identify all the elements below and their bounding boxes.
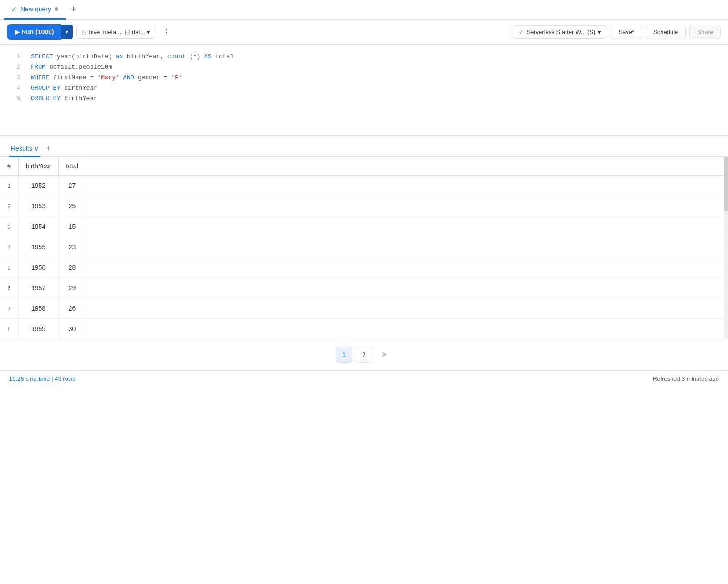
line-number-2: 2 <box>7 63 20 72</box>
table-row: 2 1953 25 <box>0 196 728 216</box>
table-row: 5 1956 28 <box>0 257 728 278</box>
cell-total: 23 <box>59 237 86 257</box>
col-header-empty <box>86 157 728 176</box>
col-header-num: # <box>0 157 18 176</box>
cluster-label: Serverless Starter W... (S) <box>526 29 595 35</box>
cell-total: 29 <box>59 278 86 298</box>
scrollbar-track[interactable] <box>724 157 728 339</box>
cluster-check-icon: ✓ <box>519 29 524 35</box>
code-content-5: ORDER BY birthYear <box>31 94 721 104</box>
code-line-3: 3 WHERE firstName = 'Mary' AND gender = … <box>0 73 728 83</box>
page-button-2[interactable]: 2 <box>356 347 372 363</box>
code-content-1: SELECT year(birthDate) as birthYear, cou… <box>31 52 721 62</box>
cell-empty <box>86 319 728 339</box>
catalog-icon: ⊟ <box>81 28 87 35</box>
cell-birthyear: 1958 <box>18 298 59 319</box>
catalog-selector[interactable]: ⊟ hive_meta.... ⊟ def... ▾ <box>76 25 155 39</box>
cell-num: 8 <box>0 319 18 339</box>
run-button[interactable]: ▶ Run (1000) <box>7 24 61 40</box>
add-tab-button[interactable]: + <box>66 0 81 19</box>
results-tab-chevron: ∨ <box>34 145 39 152</box>
code-content-3: WHERE firstName = 'Mary' AND gender = 'F… <box>31 73 721 83</box>
table-row: 6 1957 29 <box>0 278 728 298</box>
cell-empty <box>86 196 728 216</box>
add-results-tab-button[interactable]: + <box>44 142 53 155</box>
code-line-5: 5 ORDER BY birthYear <box>0 94 728 104</box>
cell-total: 27 <box>59 176 86 196</box>
schema-label: def... <box>132 29 145 35</box>
runtime-text: 19.28 s runtime | 49 rows <box>9 375 76 382</box>
code-line-1: 1 SELECT year(birthDate) as birthYear, c… <box>0 52 728 62</box>
table-row: 8 1959 30 <box>0 319 728 339</box>
status-bar: 19.28 s runtime | 49 rows Refreshed 3 mi… <box>0 370 728 387</box>
results-tab[interactable]: Results ∨ <box>9 141 40 157</box>
check-icon: ✓ <box>11 5 17 14</box>
col-header-birthyear: birthYear <box>18 157 59 176</box>
cell-birthyear: 1954 <box>18 216 59 237</box>
new-query-tab[interactable]: ✓ New query <box>4 0 66 20</box>
cell-total: 26 <box>59 298 86 319</box>
page-button-1[interactable]: 1 <box>336 347 352 363</box>
tab-bar: ✓ New query + <box>0 0 728 20</box>
cell-birthyear: 1959 <box>18 319 59 339</box>
results-tab-bar: Results ∨ + <box>0 136 728 157</box>
results-panel: Results ∨ + # birthYear total 1 1952 27 … <box>0 136 728 370</box>
code-line-2: 2 FROM default.people10m <box>0 62 728 73</box>
code-editor[interactable]: 1 SELECT year(birthDate) as birthYear, c… <box>0 45 728 136</box>
cell-birthyear: 1953 <box>18 196 59 216</box>
line-number-3: 3 <box>7 73 20 82</box>
line-number-4: 4 <box>7 84 20 93</box>
cell-num: 2 <box>0 196 18 216</box>
code-line-4: 4 GROUP BY birthYear <box>0 83 728 94</box>
cell-empty <box>86 237 728 257</box>
toolbar: ▶ Run (1000) ▾ ⊟ hive_meta.... ⊟ def... … <box>0 20 728 45</box>
header-row: # birthYear total <box>0 157 728 176</box>
cell-birthyear: 1952 <box>18 176 59 196</box>
table-row: 7 1958 26 <box>0 298 728 319</box>
cell-total: 28 <box>59 257 86 278</box>
page-next-arrow[interactable]: > <box>376 347 392 363</box>
code-content-4: GROUP BY birthYear <box>31 83 721 94</box>
cell-total: 15 <box>59 216 86 237</box>
refresh-text: Refreshed 3 minutes ago <box>653 375 719 382</box>
cell-num: 1 <box>0 176 18 196</box>
cell-birthyear: 1957 <box>18 278 59 298</box>
cell-total: 30 <box>59 319 86 339</box>
run-dropdown-button[interactable]: ▾ <box>61 25 73 39</box>
table-row: 3 1954 15 <box>0 216 728 237</box>
cell-empty <box>86 216 728 237</box>
cluster-selector[interactable]: ✓ Serverless Starter W... (S) ▾ <box>513 25 607 39</box>
cell-empty <box>86 176 728 196</box>
catalog-chevron-icon: ▾ <box>147 29 150 35</box>
cell-empty <box>86 257 728 278</box>
cell-total: 25 <box>59 196 86 216</box>
results-table-wrapper: # birthYear total 1 1952 27 2 1953 25 3 … <box>0 157 728 339</box>
cell-birthyear: 1956 <box>18 257 59 278</box>
line-number-1: 1 <box>7 52 20 61</box>
cell-num: 5 <box>0 257 18 278</box>
table-row: 1 1952 27 <box>0 176 728 196</box>
cell-birthyear: 1955 <box>18 237 59 257</box>
pagination: 1 2 > <box>0 339 728 370</box>
tab-label: New query <box>20 5 51 13</box>
table-body: 1 1952 27 2 1953 25 3 1954 15 4 1955 23 … <box>0 176 728 339</box>
code-content-2: FROM default.people10m <box>31 62 721 73</box>
cell-num: 3 <box>0 216 18 237</box>
cluster-chevron-icon: ▾ <box>598 29 601 35</box>
scrollbar-thumb[interactable] <box>724 157 728 211</box>
table-row: 4 1955 23 <box>0 237 728 257</box>
share-button[interactable]: Share <box>689 25 721 39</box>
cell-empty <box>86 298 728 319</box>
save-button[interactable]: Save* <box>611 25 642 39</box>
more-options-button[interactable]: ⋮ <box>159 25 173 39</box>
schedule-button[interactable]: Schedule <box>646 25 686 39</box>
results-tab-label: Results <box>11 145 32 152</box>
cell-empty <box>86 278 728 298</box>
col-header-total: total <box>59 157 86 176</box>
cell-num: 4 <box>0 237 18 257</box>
results-table: # birthYear total 1 1952 27 2 1953 25 3 … <box>0 157 728 339</box>
cell-num: 7 <box>0 298 18 319</box>
catalog-label: hive_meta.... <box>89 29 122 35</box>
schema-icon: ⊟ <box>125 28 130 35</box>
table-header: # birthYear total <box>0 157 728 176</box>
